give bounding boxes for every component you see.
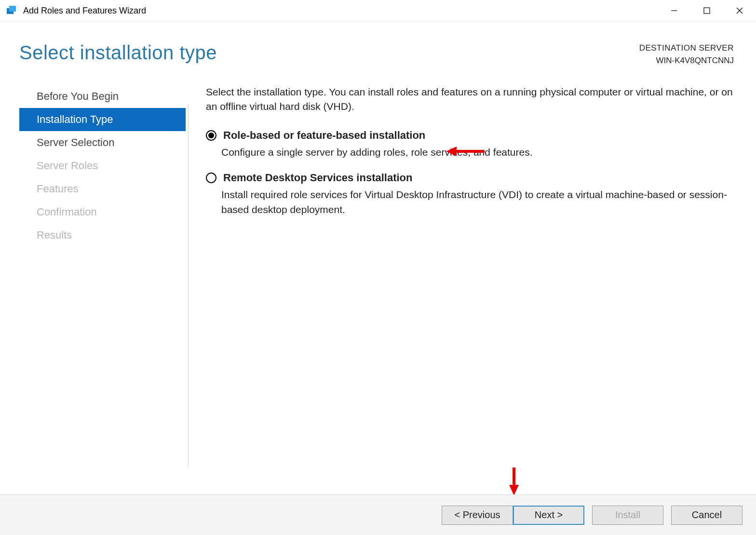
page-title: Select installation type [19,42,217,64]
nav-button-group: < Previous Next > [442,506,584,525]
destination-info: DESTINATION SERVER WIN-K4V8QNTCNNJ [639,42,734,67]
option-description: Install required role services for Virtu… [206,187,734,217]
sidebar-item-label: Server Selection [37,136,114,149]
minimize-button[interactable] [658,0,690,21]
radio-remote-desktop[interactable] [206,173,216,183]
cancel-button[interactable]: Cancel [671,506,742,525]
titlebar: Add Roles and Features Wizard [0,0,756,22]
annotation-arrow-right-icon [446,145,485,160]
install-button: Install [592,506,663,525]
button-label: Next > [535,509,563,521]
sidebar-item-confirmation: Confirmation [19,201,186,224]
sidebar-item-server-selection[interactable]: Server Selection [19,131,186,154]
server-manager-icon [6,4,18,17]
sidebar-item-results: Results [19,224,186,247]
svg-marker-7 [446,147,457,156]
option-remote-desktop: Remote Desktop Services installation Ins… [206,170,734,217]
sidebar-item-before-you-begin[interactable]: Before You Begin [19,85,186,108]
window-title: Add Roles and Features Wizard [23,6,146,16]
option-header: Role-based or feature-based installation [206,128,734,143]
sidebar-item-label: Installation Type [37,113,113,126]
window-controls [658,0,756,21]
svg-rect-1 [9,6,16,12]
vertical-divider [188,105,189,468]
option-header: Remote Desktop Services installation [206,170,734,186]
sidebar-item-server-roles: Server Roles [19,154,186,177]
sidebar-item-installation-type[interactable]: Installation Type [19,108,186,131]
radio-role-based[interactable] [206,130,216,141]
destination-label: DESTINATION SERVER [639,42,734,54]
intro-text: Select the installation type. You can in… [206,85,734,114]
sidebar-item-features: Features [19,177,186,201]
close-button[interactable] [723,0,756,21]
sidebar-item-label: Features [37,183,79,195]
option-title: Remote Desktop Services installation [223,170,412,186]
page-header: Select installation type DESTINATION SER… [0,22,756,67]
next-button[interactable]: Next > [513,506,584,525]
sidebar-item-label: Confirmation [37,206,97,218]
maximize-button[interactable] [690,0,723,21]
main-area: Before You Begin Installation Type Serve… [0,67,756,247]
titlebar-left: Add Roles and Features Wizard [6,4,146,17]
button-label: Install [615,509,640,521]
sidebar-item-label: Before You Begin [37,90,119,103]
destination-server: WIN-K4V8QNTCNNJ [639,54,734,67]
svg-rect-3 [704,8,710,13]
svg-marker-9 [509,485,519,495]
previous-button[interactable]: < Previous [442,506,513,525]
wizard-sidebar: Before You Begin Installation Type Serve… [0,85,186,247]
option-title: Role-based or feature-based installation [223,128,425,143]
annotation-arrow-down-icon [507,468,521,497]
content-panel: Select the installation type. You can in… [186,85,756,247]
button-label: Cancel [692,509,722,521]
sidebar-item-label: Server Roles [37,160,98,172]
sidebar-item-label: Results [37,229,72,241]
wizard-footer: < Previous Next > Install Cancel [0,495,756,535]
button-label: < Previous [454,509,500,521]
radio-inner-icon [208,133,214,138]
